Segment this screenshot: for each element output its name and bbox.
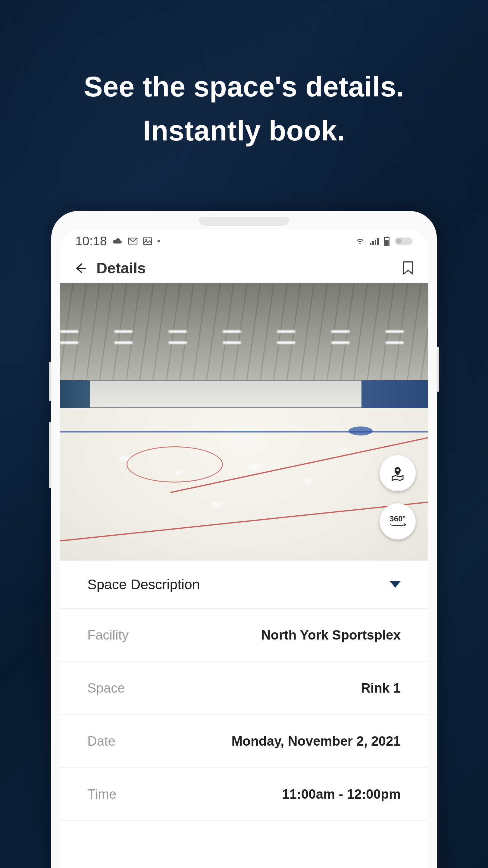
headline-line-2: Instantly book. <box>0 109 488 153</box>
back-button[interactable] <box>72 261 87 276</box>
wifi-icon <box>355 237 365 245</box>
marketing-headline: See the space's details. Instantly book. <box>0 65 488 153</box>
detail-label: Date <box>87 734 116 749</box>
detail-value: 11:00am - 12:00pm <box>282 786 401 802</box>
detail-row-space: Space Rink 1 <box>60 662 428 715</box>
ice-reflection <box>299 477 316 485</box>
gmail-icon <box>128 238 138 245</box>
view-360-button[interactable]: 360° <box>380 503 416 539</box>
status-right <box>355 237 413 246</box>
bookmark-button[interactable] <box>401 261 416 276</box>
page-title: Details <box>96 259 392 277</box>
status-bar: 10:18 <box>60 229 428 253</box>
pill-icon <box>395 237 413 245</box>
space-hero-image: 360° <box>60 283 428 561</box>
rink-face-off-circle <box>127 446 223 483</box>
svg-rect-9 <box>385 240 389 245</box>
rink-blue-line <box>60 431 428 433</box>
detail-row-time: Time 11:00am - 12:00pm <box>60 768 428 821</box>
svg-rect-4 <box>372 241 374 245</box>
app-bar: Details <box>60 253 428 283</box>
rink-seats <box>60 380 90 408</box>
svg-rect-3 <box>370 243 371 245</box>
detail-label: Facility <box>87 627 129 643</box>
headline-line-1: See the space's details. <box>0 65 488 109</box>
battery-icon <box>384 237 390 246</box>
space-description-accordion[interactable]: Space Description <box>60 561 428 609</box>
status-time: 10:18 <box>75 234 107 248</box>
detail-label: Space <box>87 681 125 695</box>
arrow-left-icon <box>73 261 87 275</box>
phone-side-button <box>437 347 439 392</box>
ice-reflection <box>207 500 227 509</box>
dot-icon <box>158 240 160 242</box>
ice-reflection <box>116 454 133 463</box>
detail-row-facility: Facility North York Sportsplex <box>60 609 428 662</box>
svg-point-12 <box>396 469 399 471</box>
phone-side-button <box>49 362 51 401</box>
signal-icon <box>370 238 379 245</box>
rink-lights <box>60 325 428 352</box>
detail-label: Time <box>87 786 116 802</box>
detail-value: Monday, November 2, 2021 <box>231 734 401 749</box>
view-360-label: 360° <box>390 514 406 524</box>
phone-notch <box>199 217 289 226</box>
detail-value: North York Sportsplex <box>261 627 401 643</box>
detail-row-date: Date Monday, November 2, 2021 <box>60 715 428 768</box>
360-icon: 360° <box>387 514 408 529</box>
map-view-button[interactable] <box>380 455 416 491</box>
phone-mockup: 10:18 <box>51 211 437 868</box>
ice-reflection <box>336 446 351 454</box>
svg-point-11 <box>396 239 401 244</box>
rink-ice <box>60 408 428 561</box>
bookmark-icon <box>402 261 414 275</box>
rink-seats <box>361 380 428 408</box>
detail-value: Rink 1 <box>361 681 401 695</box>
status-left: 10:18 <box>75 234 160 248</box>
svg-rect-6 <box>377 238 379 245</box>
cloud-icon <box>112 238 123 245</box>
chevron-down-icon <box>390 581 401 588</box>
phone-screen: 10:18 <box>60 229 428 868</box>
ice-reflection <box>244 461 265 472</box>
svg-rect-5 <box>375 240 376 245</box>
map-pin-icon <box>389 465 406 482</box>
phone-side-button <box>49 422 51 488</box>
rink-goal-line <box>60 496 428 544</box>
accordion-title: Space Description <box>87 576 200 592</box>
image-icon <box>143 237 152 245</box>
